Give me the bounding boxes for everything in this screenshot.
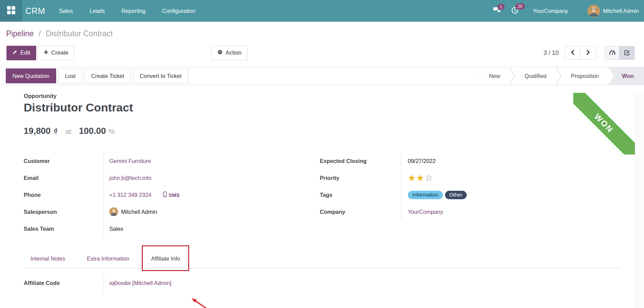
stage-arrow-icon xyxy=(509,67,516,85)
right-field-group: Expected Closing 09/27/2022 Priority ★ ★… xyxy=(320,152,617,237)
menu-sales[interactable]: Sales xyxy=(59,8,73,14)
sms-button[interactable]: SMS xyxy=(163,191,180,198)
salesperson-value[interactable]: Mitchell Admin xyxy=(121,209,157,215)
customer-label: Customer xyxy=(24,152,104,169)
breadcrumb-current: Distributor Contract xyxy=(46,29,113,38)
salesperson-row: Salesperson Mitchell Admin xyxy=(24,203,320,220)
sales-team-row: Sales Team Sales xyxy=(24,220,320,237)
company-switcher[interactable]: YourCompany xyxy=(533,8,568,14)
main-menu: Sales Leads Reporting Configuration xyxy=(59,8,195,14)
priority-row: Priority ★ ★ ☆ xyxy=(320,169,617,186)
action-button[interactable]: Action xyxy=(211,46,247,60)
edit-form-icon xyxy=(624,49,630,57)
user-avatar[interactable] xyxy=(587,5,600,17)
expected-revenue: 19,800 ₫ at 100.00 % xyxy=(24,126,644,136)
tab-extra-information[interactable]: Extra Information xyxy=(80,249,136,268)
email-label: Email xyxy=(24,169,104,186)
company-value[interactable]: YourCompany xyxy=(408,209,443,215)
stage-qualified[interactable]: Qualified xyxy=(516,67,555,85)
field-groups: Customer Gemini Furniture Email john.b@t… xyxy=(24,152,617,237)
priority-label: Priority xyxy=(320,169,401,186)
tag-other[interactable]: Other xyxy=(445,191,467,199)
pager-counter: 3 / 10 xyxy=(543,49,559,57)
apps-grid-icon xyxy=(7,6,16,16)
stage-indicator: New Qualified Proposition Won xyxy=(480,67,644,85)
stage-arrow-icon xyxy=(555,67,562,85)
top-navbar: CRM Sales Leads Reporting Configuration … xyxy=(0,0,644,22)
pager-previous-button[interactable] xyxy=(564,46,580,60)
tab-internal-notes[interactable]: Internal Notes xyxy=(24,249,72,268)
salesperson-label: Salesperson xyxy=(24,203,104,220)
revenue-value[interactable]: 19,800 xyxy=(24,126,51,136)
menu-reporting[interactable]: Reporting xyxy=(121,8,146,14)
email-value[interactable]: john.b@tech.info xyxy=(109,175,151,181)
expected-closing-value[interactable]: 09/27/2022 xyxy=(408,158,436,164)
tags-label: Tags xyxy=(320,186,401,203)
email-row: Email john.b@tech.info xyxy=(24,169,320,186)
user-menu[interactable]: Mitchell Admin xyxy=(603,8,639,14)
pager xyxy=(564,46,596,60)
create-button[interactable]: Create xyxy=(38,46,74,60)
phone-row: Phone +1 312 349 2324 SMS xyxy=(24,186,320,203)
customer-value[interactable]: Gemini Furniture xyxy=(109,158,151,164)
company-row: Company YourCompany xyxy=(320,203,617,220)
tags-row: Tags Information Other xyxy=(320,186,617,203)
sales-team-label: Sales Team xyxy=(24,220,104,237)
kanban-view-button[interactable] xyxy=(605,46,620,60)
control-panel: Edit Create Action 3 / 10 xyxy=(0,41,644,67)
tab-affiliate-info[interactable]: Affiliate Info xyxy=(144,249,187,268)
at-label: at xyxy=(65,127,71,136)
percent-sign: % xyxy=(109,127,115,136)
annotation-arrow xyxy=(189,295,213,308)
activities-count-badge: 25 xyxy=(515,3,525,9)
company-label: Company xyxy=(320,203,401,220)
pencil-icon xyxy=(13,49,18,56)
affiliate-code-value[interactable]: wj0osdw [Mitchell Admin] xyxy=(109,280,171,286)
opportunity-title[interactable]: Distributor Contract xyxy=(24,101,644,114)
star-icon[interactable]: ★ xyxy=(416,173,425,183)
customer-row: Customer Gemini Furniture xyxy=(24,152,320,169)
messages-count-badge: 1 xyxy=(497,4,505,10)
mobile-phone-icon xyxy=(163,191,167,198)
sales-team-value[interactable]: Sales xyxy=(109,226,123,232)
activities-button[interactable]: 25 xyxy=(511,6,519,16)
breadcrumb-pipeline-link[interactable]: Pipeline xyxy=(6,29,34,38)
affiliate-code-label: Affiliate Code xyxy=(24,274,104,291)
create-ticket-button[interactable]: Create Ticket xyxy=(84,68,131,83)
notebook-tabs: Internal Notes Extra Information Affilia… xyxy=(24,249,620,268)
salesperson-avatar xyxy=(109,207,118,216)
breadcrumb-separator: / xyxy=(39,29,41,38)
apps-menu-button[interactable] xyxy=(0,0,22,22)
stage-new[interactable]: New xyxy=(480,67,509,85)
stage-proposition[interactable]: Proposition xyxy=(562,67,608,85)
pager-next-button[interactable] xyxy=(580,46,596,60)
star-outline-icon[interactable]: ☆ xyxy=(425,173,434,183)
new-quotation-button[interactable]: New Quotation xyxy=(6,68,56,83)
form-view-button[interactable] xyxy=(620,46,635,60)
currency-symbol: ₫ xyxy=(54,127,58,136)
phone-value[interactable]: +1 312 349 2324 xyxy=(109,192,151,198)
menu-configuration[interactable]: Configuration xyxy=(162,8,195,14)
form-sheet: WON Opportunity Distributor Contract 19,… xyxy=(0,93,644,308)
tag-information[interactable]: Information xyxy=(408,191,443,199)
lost-button[interactable]: Lost xyxy=(58,68,82,83)
plus-icon xyxy=(44,49,48,56)
stage-won[interactable]: Won xyxy=(608,67,644,85)
scrollbar-track[interactable] xyxy=(635,94,644,308)
phone-label: Phone xyxy=(24,186,104,203)
edit-button[interactable]: Edit xyxy=(6,46,36,60)
menu-leads[interactable]: Leads xyxy=(90,8,105,14)
gear-icon xyxy=(217,49,223,57)
convert-to-ticket-button[interactable]: Convert to Ticket xyxy=(133,68,188,83)
affiliate-code-row: Affiliate Code wj0osdw [Mitchell Admin] xyxy=(24,274,227,291)
chevron-left-icon xyxy=(571,49,575,56)
breadcrumb: Pipeline / Distributor Contract xyxy=(0,22,644,41)
view-switcher xyxy=(605,46,635,60)
chevron-right-icon xyxy=(586,49,590,56)
expected-closing-label: Expected Closing xyxy=(320,152,401,169)
messages-button[interactable]: 1 xyxy=(493,7,502,15)
star-icon[interactable]: ★ xyxy=(408,173,416,183)
probability-value[interactable]: 100.00 xyxy=(79,126,106,136)
app-name[interactable]: CRM xyxy=(25,6,45,16)
gauge-icon xyxy=(609,49,616,56)
